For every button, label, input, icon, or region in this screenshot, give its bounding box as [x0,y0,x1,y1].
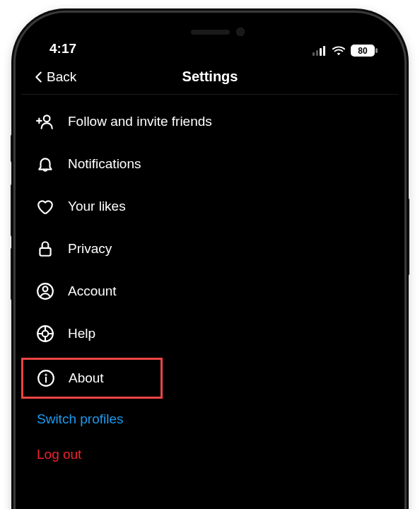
info-icon [36,368,56,388]
page-title: Settings [21,69,399,85]
svg-rect-3 [323,46,325,56]
bell-icon [35,154,55,174]
status-time: 4:17 [49,41,76,57]
phone-screen: 4:17 [21,18,399,509]
menu-label: About [69,370,104,386]
menu-item-notifications[interactable]: Notifications [21,143,399,185]
help-icon [35,324,55,344]
phone-silent-switch [11,134,15,163]
add-user-icon [35,112,55,131]
phone-frame: 4:17 [16,13,404,509]
menu-item-privacy[interactable]: Privacy [21,228,399,270]
svg-point-9 [43,286,48,291]
phone-volume-up [11,184,15,237]
menu-item-account[interactable]: Account [21,270,399,312]
svg-rect-2 [320,48,322,56]
phone-power-button [405,198,409,276]
phone-volume-down [11,247,15,300]
back-label: Back [47,69,76,85]
menu-item-follow-invite[interactable]: Follow and invite friends [21,100,399,143]
back-button[interactable]: Back [31,69,76,85]
menu-label: Privacy [68,241,112,257]
menu-label: Follow and invite friends [68,114,212,129]
menu-label: Your likes [68,199,126,214]
svg-point-4 [44,115,50,122]
phone-speaker [191,30,230,35]
wifi-icon [332,46,346,56]
status-indicators: 80 [313,45,375,57]
menu-label: Account [68,283,117,299]
battery-icon: 80 [351,45,375,57]
svg-rect-0 [313,52,315,56]
settings-menu: Follow and invite friends Notifications … [21,95,399,472]
nav-bar: Back Settings [21,59,399,95]
menu-label: Help [68,326,95,341]
user-circle-icon [35,281,55,301]
phone-notch [143,18,277,45]
log-out-link[interactable]: Log out [21,437,399,472]
svg-rect-1 [316,50,318,56]
svg-point-18 [45,375,46,375]
menu-label: Notifications [68,156,141,172]
lock-icon [35,239,55,259]
menu-item-about[interactable]: About [21,358,163,399]
menu-item-help[interactable]: Help [21,312,399,355]
svg-point-11 [42,331,49,337]
phone-front-camera [236,28,245,36]
battery-level: 80 [351,45,375,57]
heart-icon [35,197,55,216]
svg-rect-7 [40,248,50,256]
menu-item-likes[interactable]: Your likes [21,185,399,228]
cellular-signal-icon [313,46,327,56]
switch-profiles-link[interactable]: Switch profiles [21,402,399,437]
